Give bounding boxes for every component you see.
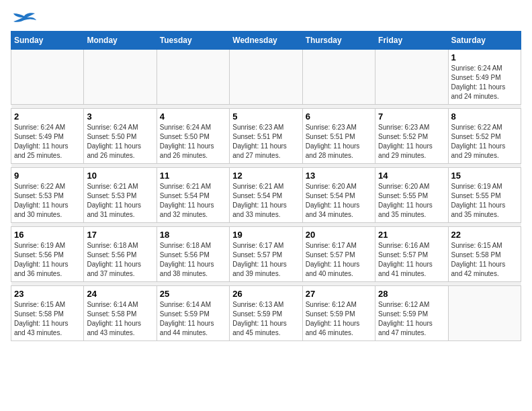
calendar-day-cell: 3Sunrise: 6:24 AM Sunset: 5:50 PM Daylig… bbox=[84, 109, 157, 164]
day-number: 23 bbox=[14, 289, 81, 299]
day-number: 5 bbox=[232, 111, 299, 122]
day-info: Sunrise: 6:19 AM Sunset: 5:56 PM Dayligh… bbox=[14, 241, 81, 279]
day-info: Sunrise: 6:23 AM Sunset: 5:52 PM Dayligh… bbox=[378, 123, 445, 161]
day-number: 22 bbox=[451, 230, 518, 240]
day-info: Sunrise: 6:21 AM Sunset: 5:54 PM Dayligh… bbox=[160, 182, 226, 220]
day-number: 20 bbox=[306, 230, 372, 240]
calendar-day-cell: 18Sunrise: 6:18 AM Sunset: 5:56 PM Dayli… bbox=[157, 227, 229, 282]
day-number: 21 bbox=[378, 230, 445, 240]
day-number: 24 bbox=[87, 289, 153, 299]
calendar-day-cell: 8Sunrise: 6:22 AM Sunset: 5:52 PM Daylig… bbox=[448, 109, 521, 164]
logo bbox=[11, 11, 36, 28]
calendar-day-cell: 7Sunrise: 6:23 AM Sunset: 5:52 PM Daylig… bbox=[375, 109, 448, 164]
calendar-week-row: 9Sunrise: 6:22 AM Sunset: 5:53 PM Daylig… bbox=[11, 168, 521, 223]
day-number: 25 bbox=[160, 289, 226, 299]
calendar-header-row: SundayMondayTuesdayWednesdayThursdayFrid… bbox=[11, 32, 521, 50]
day-info: Sunrise: 6:24 AM Sunset: 5:50 PM Dayligh… bbox=[87, 123, 153, 161]
calendar-day-cell: 28Sunrise: 6:12 AM Sunset: 5:59 PM Dayli… bbox=[375, 286, 448, 341]
day-info: Sunrise: 6:15 AM Sunset: 5:58 PM Dayligh… bbox=[451, 241, 518, 279]
weekday-header-wednesday: Wednesday bbox=[230, 32, 302, 50]
day-info: Sunrise: 6:22 AM Sunset: 5:52 PM Dayligh… bbox=[451, 123, 518, 161]
day-number: 4 bbox=[160, 111, 226, 122]
day-number: 15 bbox=[451, 171, 518, 181]
calendar-day-cell: 23Sunrise: 6:15 AM Sunset: 5:58 PM Dayli… bbox=[11, 286, 84, 341]
day-number: 11 bbox=[160, 171, 226, 181]
day-number: 28 bbox=[378, 289, 445, 299]
day-number: 6 bbox=[306, 111, 372, 122]
day-info: Sunrise: 6:23 AM Sunset: 5:51 PM Dayligh… bbox=[232, 123, 299, 161]
calendar-day-cell: 6Sunrise: 6:23 AM Sunset: 5:51 PM Daylig… bbox=[302, 109, 375, 164]
calendar-day-cell bbox=[302, 50, 375, 105]
calendar-day-cell: 27Sunrise: 6:12 AM Sunset: 5:59 PM Dayli… bbox=[302, 286, 375, 341]
day-info: Sunrise: 6:12 AM Sunset: 5:59 PM Dayligh… bbox=[378, 300, 445, 338]
calendar-day-cell bbox=[84, 50, 157, 105]
day-info: Sunrise: 6:17 AM Sunset: 5:57 PM Dayligh… bbox=[306, 241, 372, 279]
day-number: 17 bbox=[87, 230, 153, 240]
calendar-day-cell: 16Sunrise: 6:19 AM Sunset: 5:56 PM Dayli… bbox=[11, 227, 84, 282]
day-number: 12 bbox=[232, 171, 299, 181]
calendar-day-cell bbox=[157, 50, 229, 105]
calendar-day-cell: 11Sunrise: 6:21 AM Sunset: 5:54 PM Dayli… bbox=[157, 168, 229, 223]
calendar-week-row: 2Sunrise: 6:24 AM Sunset: 5:49 PM Daylig… bbox=[11, 109, 521, 164]
calendar-week-row: 16Sunrise: 6:19 AM Sunset: 5:56 PM Dayli… bbox=[11, 227, 521, 282]
day-info: Sunrise: 6:24 AM Sunset: 5:50 PM Dayligh… bbox=[160, 123, 226, 161]
day-info: Sunrise: 6:20 AM Sunset: 5:54 PM Dayligh… bbox=[306, 182, 372, 220]
day-number: 14 bbox=[378, 171, 445, 181]
day-number: 26 bbox=[232, 289, 299, 299]
calendar-day-cell: 21Sunrise: 6:16 AM Sunset: 5:57 PM Dayli… bbox=[375, 227, 448, 282]
calendar-day-cell: 13Sunrise: 6:20 AM Sunset: 5:54 PM Dayli… bbox=[302, 168, 375, 223]
day-info: Sunrise: 6:14 AM Sunset: 5:59 PM Dayligh… bbox=[160, 300, 226, 338]
calendar-week-row: 23Sunrise: 6:15 AM Sunset: 5:58 PM Dayli… bbox=[11, 286, 521, 341]
day-number: 1 bbox=[451, 52, 518, 62]
calendar-day-cell: 14Sunrise: 6:20 AM Sunset: 5:55 PM Dayli… bbox=[375, 168, 448, 223]
day-info: Sunrise: 6:15 AM Sunset: 5:58 PM Dayligh… bbox=[14, 300, 81, 338]
calendar-day-cell: 1Sunrise: 6:24 AM Sunset: 5:49 PM Daylig… bbox=[448, 50, 521, 105]
day-info: Sunrise: 6:17 AM Sunset: 5:57 PM Dayligh… bbox=[232, 241, 299, 279]
day-number: 27 bbox=[306, 289, 372, 299]
day-info: Sunrise: 6:18 AM Sunset: 5:56 PM Dayligh… bbox=[87, 241, 153, 279]
calendar-day-cell bbox=[375, 50, 448, 105]
calendar-day-cell: 4Sunrise: 6:24 AM Sunset: 5:50 PM Daylig… bbox=[157, 109, 229, 164]
weekday-header-friday: Friday bbox=[375, 32, 448, 50]
day-number: 19 bbox=[232, 230, 299, 240]
day-number: 3 bbox=[87, 111, 153, 122]
day-info: Sunrise: 6:16 AM Sunset: 5:57 PM Dayligh… bbox=[378, 241, 445, 279]
day-info: Sunrise: 6:12 AM Sunset: 5:59 PM Dayligh… bbox=[306, 300, 372, 338]
day-number: 9 bbox=[14, 171, 81, 181]
calendar-day-cell: 2Sunrise: 6:24 AM Sunset: 5:49 PM Daylig… bbox=[11, 109, 84, 164]
calendar-day-cell: 15Sunrise: 6:19 AM Sunset: 5:55 PM Dayli… bbox=[448, 168, 521, 223]
day-info: Sunrise: 6:18 AM Sunset: 5:56 PM Dayligh… bbox=[160, 241, 226, 279]
calendar-day-cell: 20Sunrise: 6:17 AM Sunset: 5:57 PM Dayli… bbox=[302, 227, 375, 282]
calendar-day-cell: 24Sunrise: 6:14 AM Sunset: 5:58 PM Dayli… bbox=[84, 286, 157, 341]
calendar-day-cell: 25Sunrise: 6:14 AM Sunset: 5:59 PM Dayli… bbox=[157, 286, 229, 341]
calendar-day-cell: 17Sunrise: 6:18 AM Sunset: 5:56 PM Dayli… bbox=[84, 227, 157, 282]
day-number: 13 bbox=[306, 171, 372, 181]
day-info: Sunrise: 6:21 AM Sunset: 5:54 PM Dayligh… bbox=[232, 182, 299, 220]
weekday-header-thursday: Thursday bbox=[302, 32, 375, 50]
calendar-day-cell bbox=[230, 50, 302, 105]
day-number: 18 bbox=[160, 230, 226, 240]
calendar-day-cell bbox=[448, 286, 521, 341]
weekday-header-sunday: Sunday bbox=[11, 32, 84, 50]
day-info: Sunrise: 6:13 AM Sunset: 5:59 PM Dayligh… bbox=[232, 300, 299, 338]
day-info: Sunrise: 6:20 AM Sunset: 5:55 PM Dayligh… bbox=[378, 182, 445, 220]
calendar-day-cell: 10Sunrise: 6:21 AM Sunset: 5:53 PM Dayli… bbox=[84, 168, 157, 223]
calendar-table: SundayMondayTuesdayWednesdayThursdayFrid… bbox=[11, 31, 521, 341]
page-header bbox=[11, 11, 521, 28]
day-number: 7 bbox=[378, 111, 445, 122]
weekday-header-tuesday: Tuesday bbox=[157, 32, 229, 50]
calendar-day-cell: 19Sunrise: 6:17 AM Sunset: 5:57 PM Dayli… bbox=[230, 227, 302, 282]
day-info: Sunrise: 6:24 AM Sunset: 5:49 PM Dayligh… bbox=[451, 64, 518, 101]
day-info: Sunrise: 6:21 AM Sunset: 5:53 PM Dayligh… bbox=[87, 182, 153, 220]
day-info: Sunrise: 6:22 AM Sunset: 5:53 PM Dayligh… bbox=[14, 182, 81, 220]
day-info: Sunrise: 6:24 AM Sunset: 5:49 PM Dayligh… bbox=[14, 123, 81, 161]
calendar-day-cell: 5Sunrise: 6:23 AM Sunset: 5:51 PM Daylig… bbox=[230, 109, 302, 164]
day-info: Sunrise: 6:19 AM Sunset: 5:55 PM Dayligh… bbox=[451, 182, 518, 220]
day-number: 2 bbox=[14, 111, 81, 122]
day-number: 8 bbox=[451, 111, 518, 122]
day-info: Sunrise: 6:14 AM Sunset: 5:58 PM Dayligh… bbox=[87, 300, 153, 338]
weekday-header-monday: Monday bbox=[84, 32, 157, 50]
calendar-day-cell: 22Sunrise: 6:15 AM Sunset: 5:58 PM Dayli… bbox=[448, 227, 521, 282]
day-number: 10 bbox=[87, 171, 153, 181]
calendar-day-cell: 26Sunrise: 6:13 AM Sunset: 5:59 PM Dayli… bbox=[230, 286, 302, 341]
